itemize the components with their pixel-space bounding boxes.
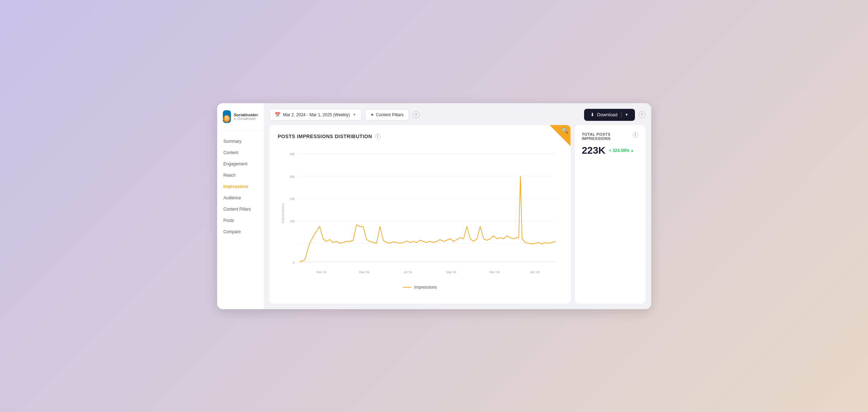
svg-text:Nov '24: Nov '24 <box>489 270 500 274</box>
sidebar-item-summary[interactable]: Summary <box>220 136 261 147</box>
svg-text:0: 0 <box>293 261 295 265</box>
sidebar-item-posts[interactable]: Posts <box>220 215 261 226</box>
trend-arrow-icon: ▲ <box>630 148 634 152</box>
pillars-label: Content Pillars <box>376 112 404 117</box>
header-bar: 📅 Mar 2, 2024 - Mar 1, 2025 (Weekly) ▼ ✦… <box>269 109 646 121</box>
svg-text:Sep '24: Sep '24 <box>446 270 456 274</box>
download-icon: ⬇ <box>590 112 594 117</box>
download-label: Download <box>597 112 618 117</box>
help-icon[interactable]: ? <box>412 111 420 118</box>
stats-change: + 324.58% ▲ <box>609 148 634 153</box>
chevron-down-icon: ▼ <box>353 113 356 117</box>
svg-text:20k: 20k <box>290 197 295 201</box>
impressions-chart-card: 🔍 POSTS IMPRESSIONS DISTRIBUTION i <box>269 125 571 304</box>
stats-value: 223K <box>582 145 606 156</box>
pillars-icon: ✦ <box>370 112 374 117</box>
sidebar-item-content-pillars[interactable]: Content Pillars <box>220 204 261 214</box>
svg-text:Mar '24: Mar '24 <box>316 270 326 274</box>
svg-text:10k: 10k <box>290 219 295 223</box>
main-content: 📅 Mar 2, 2024 - Mar 1, 2025 (Weekly) ▼ ✦… <box>264 103 651 309</box>
stats-info-icon[interactable]: i <box>633 132 638 138</box>
logo-area: in Socialinsider in /Socialinsider <box>217 110 264 130</box>
svg-text:Impressions: Impressions <box>281 203 284 223</box>
legend-line-icon <box>403 287 411 288</box>
sidebar-item-impressions[interactable]: Impressions <box>220 181 261 192</box>
app-handle: in /Socialinsider <box>234 117 258 120</box>
svg-text:Jan '25: Jan '25 <box>530 270 539 274</box>
stats-values-row: 223K + 324.58% ▲ <box>582 145 638 156</box>
sidebar-item-compare[interactable]: Compare <box>220 226 261 237</box>
logo-text: Socialinsider in /Socialinsider <box>234 113 258 120</box>
charts-area: 🔍 POSTS IMPRESSIONS DISTRIBUTION i <box>269 125 646 304</box>
svg-text:40k: 40k <box>290 152 295 156</box>
calendar-icon: 📅 <box>275 112 280 117</box>
logo-icon: in <box>223 110 231 123</box>
app-container: in Socialinsider in /Socialinsider Summa… <box>217 103 651 309</box>
app-name: Socialinsider <box>234 113 258 117</box>
sidebar-item-content[interactable]: Content <box>220 147 261 158</box>
sidebar-item-reach[interactable]: Reach <box>220 170 261 181</box>
chart-legend: Impressions <box>278 285 562 290</box>
svg-text:May '24: May '24 <box>359 270 369 274</box>
stats-title: TOTAL POSTS IMPRESSIONS i <box>582 132 638 141</box>
chart-wrapper: 40k 30k 20k 10k 0 Impressions Mar '24 Ma… <box>278 146 562 281</box>
svg-text:30k: 30k <box>290 175 295 178</box>
chart-title: POSTS IMPRESSIONS DISTRIBUTION i <box>278 134 562 139</box>
svg-text:Jul '24: Jul '24 <box>403 270 412 274</box>
chart-info-icon[interactable]: i <box>375 134 381 139</box>
date-range-filter[interactable]: 📅 Mar 2, 2024 - Mar 1, 2025 (Weekly) ▼ <box>269 109 362 120</box>
download-button[interactable]: ⬇ Download ▼ <box>584 109 635 121</box>
date-range-label: Mar 2, 2024 - Mar 1, 2025 (Weekly) <box>283 112 350 117</box>
sidebar-item-audience[interactable]: Audience <box>220 193 261 203</box>
button-separator <box>621 112 622 118</box>
search-corner-icon[interactable]: 🔍 <box>561 127 569 134</box>
impressions-chart-svg: 40k 30k 20k 10k 0 Impressions Mar '24 Ma… <box>278 146 562 281</box>
header-right: ⬇ Download ▼ ? <box>584 109 646 121</box>
stats-card: TOTAL POSTS IMPRESSIONS i 223K + 324.58%… <box>575 125 646 304</box>
content-pillars-filter[interactable]: ✦ Content Pillars <box>365 109 409 120</box>
sidebar: in Socialinsider in /Socialinsider Summa… <box>217 103 264 309</box>
sidebar-item-engagement[interactable]: Engagement <box>220 159 261 169</box>
header-left: 📅 Mar 2, 2024 - Mar 1, 2025 (Weekly) ▼ ✦… <box>269 109 420 120</box>
header-help-icon[interactable]: ? <box>638 111 646 118</box>
download-chevron-icon: ▼ <box>625 113 629 117</box>
sidebar-nav: Summary Content Engagement Reach Impress… <box>217 136 264 237</box>
legend-label: Impressions <box>414 285 437 290</box>
